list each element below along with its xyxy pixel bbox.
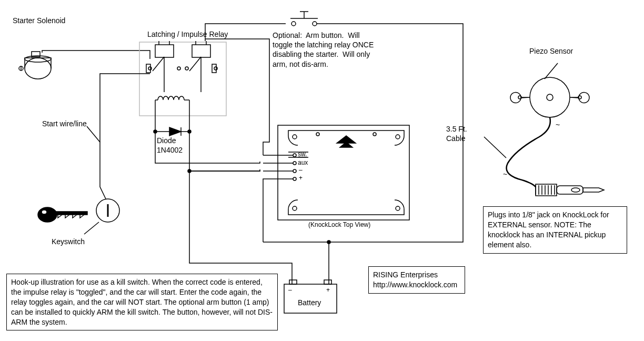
latching-relay-icon: [146, 41, 217, 113]
company-box: RISING Enterprises http://www.knocklock.…: [368, 266, 465, 294]
battery-plus-label: +: [326, 286, 330, 295]
audio-plug-icon: [536, 184, 604, 196]
svg-line-71: [545, 63, 558, 79]
svg-point-44: [42, 210, 47, 214]
svg-point-56: [293, 154, 296, 157]
battery-minus-label: –: [288, 286, 292, 295]
knocklock-caption: (KnockLock Top View): [308, 221, 370, 229]
svg-rect-65: [289, 280, 297, 284]
starter-solenoid-label: Starter Solenoid: [13, 16, 65, 25]
svg-line-40: [87, 126, 100, 142]
svg-rect-45: [56, 212, 87, 215]
tilde1: ~: [556, 120, 560, 129]
svg-marker-34: [169, 127, 181, 136]
latching-relay-label: Latching / Impulse Relay: [147, 29, 228, 39]
main-note-text: Hook-up illustration for use as a kill s…: [11, 278, 273, 326]
company-text: RISING Enterprises http://www.knocklock.…: [373, 270, 457, 289]
svg-rect-6: [155, 45, 174, 57]
svg-rect-66: [324, 280, 331, 284]
sensor-note-text: Plugs into 1/8" jack on KnockLock for EX…: [488, 210, 609, 249]
svg-point-48: [293, 135, 297, 139]
svg-point-17: [185, 67, 188, 70]
terminal-sw-label: sw.: [298, 151, 307, 159]
svg-rect-14: [192, 45, 210, 57]
svg-point-10: [177, 67, 180, 70]
battery-icon: [284, 280, 337, 313]
svg-point-53: [373, 133, 376, 136]
terminal-plus-label: +: [299, 174, 303, 183]
svg-point-58: [293, 169, 296, 173]
knocklock-enclosure-icon: [278, 125, 409, 220]
battery-label: Battery: [298, 298, 321, 307]
main-note-box: Hook-up illustration for use as a kill s…: [6, 274, 278, 330]
svg-point-59: [293, 177, 296, 180]
svg-line-72: [484, 137, 506, 158]
arm-button-switch-icon: [290, 12, 318, 26]
svg-line-11: [153, 57, 164, 71]
diode-label: Diode 1N4002: [157, 136, 183, 155]
svg-point-49: [396, 135, 400, 139]
svg-point-57: [293, 162, 296, 165]
svg-point-18: [214, 67, 217, 70]
sensor-note-box: Plugs into 1/8" jack on KnockLock for EX…: [483, 206, 627, 254]
cable-label: 3.5 Ft. Cable: [446, 124, 467, 143]
arm-button-note: Optional: Arm button. Will toggle the la…: [273, 31, 420, 69]
svg-point-67: [530, 77, 570, 117]
svg-point-75: [571, 188, 580, 192]
svg-line-19: [189, 57, 201, 71]
diode-icon: [154, 113, 191, 136]
svg-point-27: [313, 22, 317, 26]
keyswitch-icon: [38, 199, 119, 222]
piezo-sensor-icon: [510, 77, 589, 117]
svg-line-46: [84, 222, 99, 234]
tilde2: ~: [503, 169, 507, 179]
svg-point-43: [38, 207, 57, 222]
svg-point-51: [396, 206, 400, 210]
svg-point-9: [148, 67, 152, 70]
svg-point-50: [293, 206, 297, 210]
keyswitch-label: Keyswitch: [52, 237, 85, 246]
terminal-minus-label: –: [299, 166, 303, 175]
cable-icon: [507, 117, 550, 188]
svg-rect-5: [139, 42, 226, 116]
start-wire-label: Start wire/line: [42, 119, 87, 128]
svg-point-68: [547, 94, 553, 101]
svg-point-26: [291, 22, 296, 26]
svg-rect-74: [557, 186, 583, 194]
piezo-label: Piezo Sensor: [529, 46, 573, 56]
svg-point-52: [316, 133, 319, 136]
starter-solenoid-icon: [19, 52, 51, 79]
